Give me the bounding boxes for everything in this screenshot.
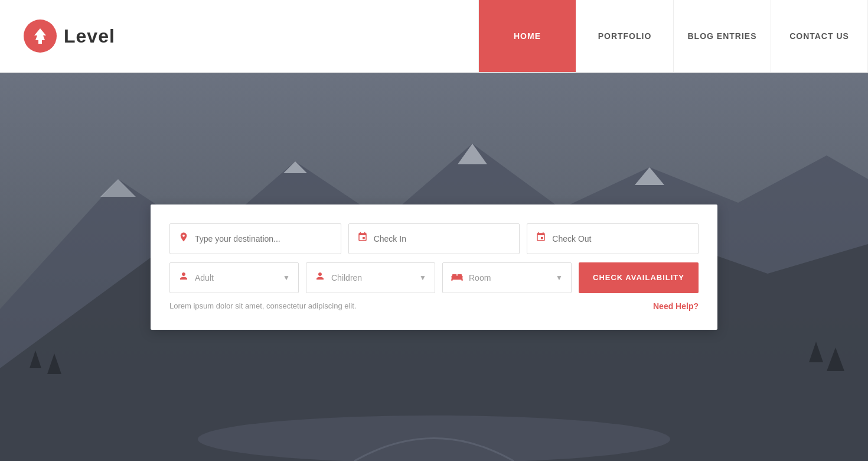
booking-card: Adult 1 2 3 4 ▼ Children 0 1 2 3: [151, 204, 717, 330]
svg-rect-20: [461, 280, 463, 281]
booking-footer: Lorem ipsum dolor sit amet, consectetur …: [169, 301, 699, 311]
children-select-wrap: Children 0 1 2 3 ▼: [306, 262, 435, 293]
location-icon: [178, 232, 189, 245]
room-chevron-icon: ▼: [556, 274, 563, 282]
checkout-input-wrap: [527, 223, 699, 254]
children-select[interactable]: Children 0 1 2 3: [331, 273, 415, 283]
logo-icon: [24, 20, 57, 53]
logo-area: Level: [0, 20, 478, 53]
destination-input-wrap: [169, 223, 341, 254]
checkin-input[interactable]: [374, 234, 511, 244]
svg-rect-2: [38, 40, 42, 44]
hero-section: Adult 1 2 3 4 ▼ Children 0 1 2 3: [0, 73, 868, 461]
checkout-calendar-icon: [536, 232, 546, 245]
nav-portfolio[interactable]: PORTFOLIO: [576, 0, 673, 72]
adult-select-wrap: Adult 1 2 3 4 ▼: [169, 262, 299, 293]
booking-mid-row: Adult 1 2 3 4 ▼ Children 0 1 2 3: [169, 262, 699, 293]
children-chevron-icon: ▼: [419, 274, 426, 282]
check-availability-button[interactable]: CHECK AVAILABILITY: [579, 262, 699, 293]
nav-contact[interactable]: CONTACT US: [771, 0, 868, 72]
children-icon: [315, 271, 325, 284]
adult-chevron-icon: ▼: [283, 274, 290, 282]
adult-select[interactable]: Adult 1 2 3 4: [195, 273, 278, 283]
svg-rect-18: [458, 274, 462, 277]
logo-text: Level: [64, 25, 115, 47]
header: Level HOME PORTFOLIO BLOG ENTRIES CONTAC…: [0, 0, 868, 73]
room-select-wrap: Room 1 2 3 ▼: [442, 262, 572, 293]
need-help-link[interactable]: Need Help?: [653, 301, 699, 311]
nav-home[interactable]: HOME: [478, 0, 576, 72]
svg-rect-19: [451, 280, 453, 281]
svg-marker-0: [34, 28, 40, 40]
lorem-text: Lorem ipsum dolor sit amet, consectetur …: [169, 301, 356, 310]
svg-rect-17: [452, 274, 456, 277]
nav-blog[interactable]: BLOG ENTRIES: [673, 0, 771, 72]
destination-input[interactable]: [195, 234, 332, 244]
svg-marker-1: [40, 28, 46, 40]
checkout-input[interactable]: [552, 234, 690, 244]
checkin-calendar-icon: [357, 232, 368, 245]
adult-icon: [178, 271, 189, 284]
checkin-input-wrap: [348, 223, 520, 254]
room-select[interactable]: Room 1 2 3: [469, 273, 551, 283]
booking-top-row: [169, 223, 699, 254]
room-icon: [451, 271, 463, 284]
main-nav: HOME PORTFOLIO BLOG ENTRIES CONTACT US: [478, 0, 868, 72]
